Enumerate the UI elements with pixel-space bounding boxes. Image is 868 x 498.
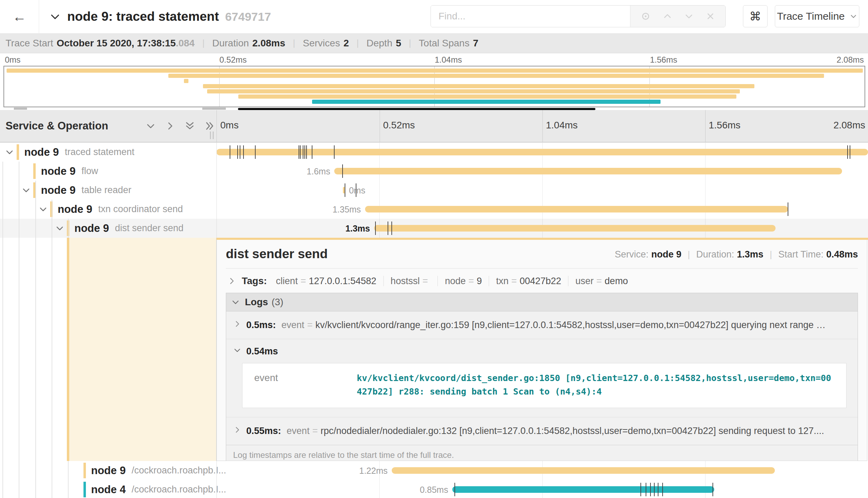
span-tree-cell[interactable]: node 9 traced statement — [0, 143, 216, 162]
collapse-all-icon[interactable] — [184, 120, 195, 132]
span-detail-left-column — [0, 238, 216, 461]
span-log-marker[interactable] — [299, 145, 299, 159]
span-log-marker[interactable] — [304, 145, 305, 159]
expand-one-icon[interactable] — [165, 121, 175, 131]
span-log-marker[interactable] — [654, 483, 655, 496]
log-key: event — [287, 426, 310, 436]
span-row[interactable]: node 4 /cockroach.roachpb.I...0.85ms — [0, 480, 868, 498]
trace-view-dropdown[interactable]: Trace Timeline — [775, 5, 859, 27]
span-log-marker[interactable] — [300, 145, 301, 159]
log-event-box: event kv/kvclient/kvcoord/dist_sender.go… — [242, 363, 847, 408]
span-row[interactable]: node 9 txn coordinator send1.35ms — [0, 200, 868, 219]
span-duration-label: 1.35ms — [333, 205, 361, 215]
span-timeline-cell[interactable]: 1.3ms — [216, 219, 868, 238]
logs-count: (3) — [272, 297, 283, 308]
find-prev-icon[interactable] — [663, 11, 672, 21]
span-log-marker[interactable] — [334, 145, 335, 159]
span-log-marker[interactable] — [312, 145, 312, 159]
log-row[interactable]: 0.5ms: event =kv/kvclient/kvcoord/range_… — [226, 311, 858, 339]
column-resize-handle[interactable] — [210, 132, 214, 139]
span-log-marker[interactable] — [230, 145, 230, 159]
span-log-marker[interactable] — [658, 483, 658, 496]
logs-header[interactable]: Logs (3) — [226, 293, 858, 311]
find-scope-icon[interactable] — [640, 11, 651, 21]
trace-collapse-icon[interactable] — [49, 11, 61, 22]
span-log-marker[interactable] — [243, 145, 244, 159]
span-expander-icon[interactable] — [21, 185, 31, 196]
span-duration-bar[interactable] — [365, 206, 788, 212]
span-duration-value: 1.3ms — [737, 249, 764, 260]
span-row[interactable]: node 9 flow1.6ms — [0, 162, 868, 181]
span-service-name: node 9 — [58, 203, 92, 216]
find-next-icon[interactable] — [684, 11, 694, 21]
find-clear-icon[interactable] — [706, 11, 715, 21]
span-duration-bar[interactable] — [334, 168, 842, 174]
span-log-marker[interactable] — [303, 145, 303, 159]
span-log-marker[interactable] — [712, 483, 713, 496]
tags-row[interactable]: Tags: client=127.0.0.1:54582hostssl=node… — [226, 269, 858, 293]
span-log-marker[interactable] — [650, 483, 651, 496]
logs-label: Logs — [245, 297, 268, 308]
span-log-marker[interactable] — [375, 221, 376, 235]
span-log-marker[interactable] — [306, 145, 307, 159]
span-log-marker[interactable] — [640, 483, 641, 496]
span-log-marker[interactable] — [847, 145, 848, 159]
span-tree-cell[interactable]: node 9 /cockroach.roachpb.I... — [0, 461, 216, 480]
span-timeline-cell[interactable] — [216, 143, 868, 162]
span-timeline-cell[interactable]: 0ms — [216, 181, 868, 200]
span-service-name: node 4 — [91, 483, 126, 496]
span-log-marker[interactable] — [237, 145, 238, 159]
tag-separator — [437, 276, 438, 286]
span-timeline-cell[interactable]: 1.22ms — [216, 461, 868, 480]
span-duration-bar[interactable] — [216, 149, 868, 155]
span-tree-cell[interactable]: node 4 /cockroach.roachpb.I... — [0, 480, 216, 498]
span-rows-area: node 9 traced statementnode 9 flow1.6msn… — [0, 143, 868, 498]
span-timeline-cell[interactable]: 1.35ms — [216, 200, 868, 219]
span-duration-bar[interactable] — [452, 486, 714, 493]
minimap-scrubber-handle[interactable] — [202, 108, 226, 110]
span-log-marker[interactable] — [788, 202, 788, 216]
span-tree-cell[interactable]: node 9 txn coordinator send — [0, 200, 216, 219]
axis-tick-label: 1.56ms — [709, 120, 741, 131]
tag-separator — [568, 276, 568, 286]
span-log-marker[interactable] — [850, 145, 850, 159]
span-log-marker[interactable] — [342, 164, 343, 178]
span-row[interactable]: node 9 table reader0ms — [0, 181, 868, 200]
span-log-marker[interactable] — [255, 145, 256, 159]
span-tree-cell[interactable]: node 9 table reader — [0, 181, 216, 200]
minimap-scrubber-handle[interactable] — [14, 108, 27, 110]
log-expand-header[interactable]: 0.54ms — [233, 346, 851, 357]
back-button[interactable]: ← — [0, 0, 39, 33]
collapse-one-icon[interactable] — [145, 121, 156, 131]
span-row[interactable]: node 9 /cockroach.roachpb.I...1.22ms — [0, 461, 868, 480]
span-log-marker[interactable] — [240, 145, 240, 159]
minimap-span-bar — [207, 89, 740, 93]
span-duration-label: 1.6ms — [307, 166, 330, 176]
span-log-marker[interactable] — [391, 221, 392, 235]
span-duration-bar[interactable] — [392, 467, 775, 474]
span-duration-bar[interactable] — [374, 225, 776, 232]
span-row[interactable]: node 9 dist sender send1.3ms — [0, 219, 868, 238]
span-log-marker[interactable] — [646, 483, 646, 496]
log-row[interactable]: 0.55ms: event =rpc/nodedialer/nodedialer… — [226, 417, 858, 445]
span-timeline-cell[interactable]: 0.85ms — [216, 480, 868, 498]
span-log-marker[interactable] — [388, 221, 388, 235]
minimap-span-bar — [7, 69, 863, 73]
span-log-marker[interactable] — [662, 483, 663, 496]
span-expander-icon[interactable] — [55, 224, 64, 234]
span-log-marker[interactable] — [454, 483, 455, 496]
span-tree-cell[interactable]: node 9 flow — [0, 162, 216, 181]
find-input[interactable] — [431, 6, 630, 27]
span-row[interactable]: node 9 traced statement — [0, 143, 868, 162]
service-value: node 9 — [651, 249, 681, 260]
tag-separator — [383, 276, 384, 286]
span-tree-cell[interactable]: node 9 dist sender send — [0, 219, 216, 238]
minimap-canvas[interactable] — [3, 66, 865, 107]
span-expander-icon[interactable] — [38, 205, 48, 215]
span-log-marker[interactable] — [345, 183, 345, 197]
keyboard-shortcuts-button[interactable]: ⌘ — [743, 5, 768, 27]
span-timeline-cell[interactable]: 1.6ms — [216, 162, 868, 181]
expand-all-icon[interactable] — [204, 120, 215, 132]
log-event-key: event — [242, 363, 357, 408]
span-expander-icon[interactable] — [5, 147, 14, 158]
